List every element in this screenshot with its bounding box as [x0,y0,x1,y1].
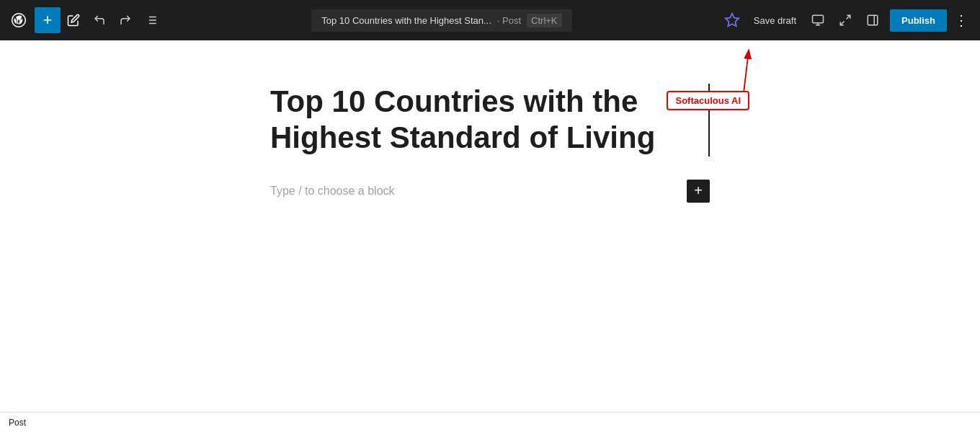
wordpress-logo[interactable] [6,7,32,33]
editor-area: Top 10 Countries with the Highest Standa… [0,40,980,412]
block-placeholder-row: Type / to choose a block + [270,174,710,208]
more-options-button[interactable]: ⋮ [948,7,974,33]
add-block-button[interactable]: + [35,7,61,33]
svg-rect-12 [868,15,878,25]
svg-line-15 [744,51,749,96]
softaculous-ai-button[interactable] [719,7,745,33]
top-toolbar: + Top 10 Countries [0,0,980,40]
post-badge: · Post [497,15,521,26]
shortcut-badge: Ctrl+K [527,14,561,27]
svg-line-11 [840,22,844,25]
post-title-truncated: Top 10 Countries with the Highest Stan..… [321,15,491,26]
fullscreen-button[interactable] [832,7,858,33]
svg-rect-7 [813,15,824,23]
svg-marker-6 [726,14,739,26]
undo-button[interactable] [86,7,112,33]
edit-mode-button[interactable] [61,7,86,33]
svg-line-10 [847,15,850,19]
view-button[interactable] [805,7,831,33]
post-title[interactable]: Top 10 Countries with the Highest Standa… [270,84,710,157]
redo-button[interactable] [112,7,138,33]
toolbar-center: Top 10 Countries with the Highest Stan..… [164,9,719,32]
add-block-inline-button[interactable]: + [687,180,710,203]
toolbar-right: Save draft Publish [719,7,974,33]
block-placeholder-text: Type / to choose a block [270,185,395,198]
softaculous-ai-tooltip: Softaculous AI [667,91,749,110]
editor-content: Top 10 Countries with the Highest Standa… [270,84,710,383]
softaculous-ai-label: Softaculous AI [667,91,749,110]
list-view-button[interactable] [138,7,164,33]
save-draft-button[interactable]: Save draft [747,11,803,30]
panel-settings-button[interactable] [860,7,886,33]
publish-button[interactable]: Publish [890,9,947,32]
post-title-bar[interactable]: Top 10 Countries with the Highest Stan..… [311,9,571,32]
